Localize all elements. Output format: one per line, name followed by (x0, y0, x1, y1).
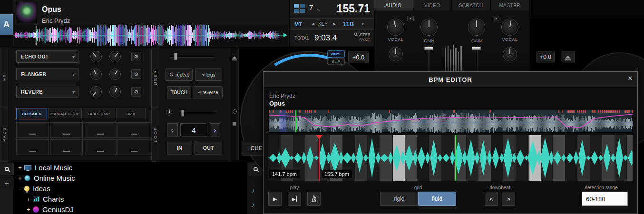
bpm-value[interactable]: 155.71 (337, 2, 370, 15)
mt-label[interactable]: MT (294, 21, 302, 27)
expander[interactable]: + (17, 175, 23, 182)
fx3-settings-button[interactable]: ⚙ (131, 87, 141, 97)
stop-button[interactable] (233, 122, 236, 126)
gain-knob-ch1[interactable] (420, 19, 438, 36)
bpm-overview-canvas[interactable] (269, 110, 633, 133)
fx3-knob-1[interactable] (90, 86, 102, 97)
gain-fader-handle-ch2[interactable] (472, 47, 481, 50)
loop-double-button[interactable]: › (210, 123, 220, 137)
vocal-knob2-right[interactable] (503, 47, 517, 61)
grid-fluid-button[interactable]: fluid (418, 192, 456, 206)
loop-slider-handle[interactable] (181, 110, 184, 117)
pad-3[interactable] (84, 122, 117, 138)
detection-range-input[interactable] (582, 192, 628, 206)
gain-knob-ch2[interactable] (468, 19, 485, 36)
bpm-overview-waveform[interactable] (268, 110, 633, 133)
pad-6[interactable] (50, 139, 83, 155)
grid-rigid-button[interactable]: rigid (380, 192, 418, 206)
master-sync-button[interactable]: MASTER SYNC (354, 32, 371, 43)
tree-item-geniusdj[interactable]: + GeniusDJ (14, 204, 240, 214)
pad-8[interactable] (117, 139, 150, 155)
pad-7[interactable] (84, 139, 117, 155)
dialog-titlebar[interactable]: BPM EDITOR × (263, 72, 637, 88)
pad-2[interactable] (50, 122, 83, 138)
deck-b-pitch-button[interactable]: +0.0 (537, 51, 555, 63)
tags-button[interactable]: ◀ tags (195, 68, 222, 81)
expander[interactable]: + (17, 164, 23, 171)
deck-b-waveform[interactable] (529, 0, 644, 18)
key-chevron-icon[interactable]: ▾ (361, 21, 364, 26)
deck-waveform[interactable] (14, 25, 288, 46)
record-button[interactable] (233, 109, 237, 114)
deck-a-tab[interactable]: A (0, 14, 13, 35)
browser-add-button[interactable]: + (0, 177, 14, 188)
reverse-button[interactable]: ◀ reverse (194, 86, 223, 98)
pads-tab-manual-loop[interactable]: MANUAL LOOP (48, 108, 82, 119)
loop-in-button[interactable]: IN (167, 141, 192, 155)
vinyl-mode-button[interactable]: VINYL (327, 50, 345, 58)
loop-slider-track[interactable] (179, 112, 215, 114)
fx1-knob-2[interactable] (109, 51, 121, 62)
bpm-zoom-waveform[interactable]: 141.7 bpm 155.7 bpm (268, 135, 633, 181)
metronome-button[interactable] (307, 192, 321, 206)
eject-button[interactable] (232, 52, 237, 61)
key-value[interactable]: 11B (343, 20, 354, 28)
vocal-dropdown-right[interactable]: ▾ (493, 16, 499, 21)
close-icon[interactable]: × (628, 74, 633, 83)
loop-half-button[interactable]: ‹ (167, 123, 178, 137)
tree-item-online-music[interactable]: + Online Music (14, 173, 240, 183)
overview-selection-band (279, 110, 286, 132)
deck-waveform-canvas[interactable] (14, 25, 288, 46)
loop-out-button[interactable]: OUT (195, 141, 222, 155)
pad-4[interactable] (117, 122, 150, 138)
fx3-knob-2[interactable] (109, 86, 121, 97)
pads-tab-beatjump[interactable]: BEATJUMP (83, 108, 115, 119)
play-next-button[interactable]: ▶ (288, 192, 301, 206)
pads-tab-hotcues[interactable]: HOTCUES (16, 108, 47, 119)
fx2-settings-button[interactable]: ⚙ (131, 69, 141, 79)
tree-item-local-music[interactable]: + Local Music (14, 162, 240, 173)
deck-a-pitch-button[interactable]: +0.0 (348, 51, 369, 63)
loop-length-display[interactable]: 4 (180, 123, 207, 137)
mixer: AUDIO VIDEO SCRATCH MASTER ▾ ▾ VOCAL GAI… (374, 0, 529, 71)
user-slider-handle[interactable] (174, 53, 177, 60)
downbeat-prev-button[interactable]: < (485, 192, 498, 206)
tree-item-charts[interactable]: + Charts (14, 194, 240, 204)
vocal-knob2-left[interactable] (389, 47, 403, 61)
deck-b-load-button[interactable] (561, 51, 575, 63)
gain-fader-handle-ch1[interactable] (424, 47, 433, 50)
repeat-button[interactable]: ↻ repeat (166, 68, 193, 81)
fx-slot-select-1[interactable]: ECHO OUT ▾ (16, 50, 78, 63)
vocal-knob-left[interactable] (387, 19, 404, 36)
pad-1[interactable] (16, 122, 49, 138)
expander[interactable]: - (17, 185, 23, 192)
expander[interactable]: + (25, 195, 32, 203)
vocal-dropdown-left[interactable]: ▾ (407, 16, 414, 21)
play-next-bar (296, 196, 297, 202)
loop-filter-knob[interactable] (166, 109, 172, 116)
pads-tab-dmx[interactable]: DMX (116, 108, 146, 119)
browser-search-button[interactable] (0, 163, 14, 175)
pad-5[interactable] (16, 139, 49, 155)
fx-slot-select-3[interactable]: REVERB ▾ (16, 86, 78, 98)
tree-item-ideas[interactable]: - Ideas (14, 183, 240, 194)
vocal-knob-right[interactable] (501, 19, 518, 36)
fluid-label: fluid (432, 195, 442, 202)
fx-slot-select-2[interactable]: FLANGER ▾ (16, 68, 78, 80)
key-next-button[interactable]: ▶ (333, 22, 336, 26)
fx2-knob-2[interactable] (109, 68, 121, 80)
fx1-knob-1[interactable] (90, 51, 102, 62)
downbeat-next-button[interactable]: > (502, 192, 515, 206)
mixer-tab-scratch[interactable]: SCRATCH (452, 0, 491, 10)
mixer-tab-master[interactable]: MASTER (491, 0, 530, 10)
play-button[interactable]: ▶ (268, 192, 282, 206)
fx1-settings-button[interactable]: ⚙ (131, 52, 141, 61)
key-prev-button[interactable]: ◀ (312, 22, 314, 26)
touch-button[interactable]: TOUCH (167, 86, 191, 98)
fx2-knob-1[interactable] (90, 68, 102, 80)
slip-mode-button[interactable]: SLIP (327, 58, 345, 65)
mixer-tab-video[interactable]: VIDEO (413, 0, 452, 10)
mixer-tab-audio[interactable]: AUDIO (374, 0, 413, 10)
total-label[interactable]: TOTAL (294, 36, 309, 41)
expander[interactable]: + (25, 206, 32, 213)
